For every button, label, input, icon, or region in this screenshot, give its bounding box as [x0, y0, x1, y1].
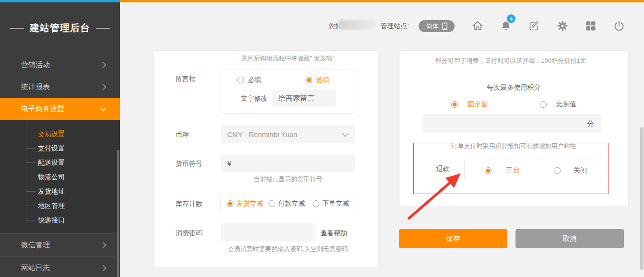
sidebar-item-wechat[interactable]: 微信管理: [0, 233, 120, 256]
submenu-item-payment-settings[interactable]: 支付设置: [0, 141, 120, 155]
notification-badge: 4: [507, 14, 515, 23]
stock-count-group: 发货立减 付款立减 下单立减: [220, 194, 355, 212]
currency-label: 币种: [176, 131, 189, 139]
cancel-button[interactable]: 取消: [515, 229, 624, 248]
refund-on-radio[interactable]: 开启: [485, 166, 519, 175]
stock-option-ship-radio[interactable]: 发货立减: [227, 199, 263, 208]
radio-selected-icon: [305, 77, 312, 83]
mobile-icon: [442, 23, 447, 30]
stock-option-order-radio[interactable]: 下单立减: [313, 199, 349, 208]
view-help-link[interactable]: 查看帮助: [320, 229, 347, 238]
consume-password-input[interactable]: [221, 223, 316, 242]
settings-gear-icon[interactable]: [556, 20, 569, 32]
chevron-right-icon: [100, 84, 106, 90]
site-language-pill[interactable]: 简体: [419, 20, 455, 32]
radio-label: 必填: [248, 76, 261, 84]
text-edit-label: 文字修改: [241, 94, 268, 103]
max-points-label: 每次最多使用积分: [399, 83, 628, 92]
chevron-right-icon: [100, 265, 106, 271]
edit-icon[interactable]: [528, 20, 540, 32]
site-language-text: 简体: [426, 22, 439, 31]
radio-label: 关闭: [574, 166, 587, 175]
radio-unselected-icon: [554, 167, 561, 174]
username-redacted: [338, 20, 376, 30]
sidebar-item-label: 微信管理: [21, 241, 50, 250]
apps-grid-icon[interactable]: [585, 20, 597, 32]
save-button[interactable]: 保存: [399, 229, 507, 248]
currency-symbol-note: 当前站点显示的货币符号: [221, 175, 355, 184]
points-unit-suffix: 分: [587, 119, 594, 128]
stock-count-label: 库存计数: [176, 200, 202, 208]
refund-off-radio[interactable]: 关闭: [554, 166, 587, 175]
chevron-down-icon: [342, 130, 349, 137]
radio-selected-icon: [451, 101, 458, 108]
home-icon[interactable]: [471, 20, 484, 32]
currency-select[interactable]: CNY - Renminbi Yuan: [221, 125, 355, 143]
radio-unselected-icon: [237, 77, 244, 83]
submenu-item-logistics-company[interactable]: 物流公司: [0, 170, 120, 184]
sidebar-item-label: 电子商务设置: [21, 104, 64, 114]
submenu-item-shipping-address[interactable]: 发货地址: [0, 184, 120, 198]
power-logout-icon[interactable]: [613, 20, 625, 32]
message-text-input[interactable]: 给商家留言: [272, 90, 336, 107]
consume-password-note: 会员消费时需要的输入密码,为空则无需密码: [221, 245, 355, 254]
radio-selected-icon: [485, 167, 492, 174]
title-dash-left: [10, 28, 24, 29]
sidebar-item-ecommerce-settings[interactable]: 电子商务设置: [0, 98, 120, 120]
radio-label: 开启: [506, 166, 519, 175]
sidebar-item-site-log[interactable]: 网站日志: [0, 256, 120, 277]
message-text-value: 给商家留言: [279, 94, 315, 103]
submenu-item-delivery-settings[interactable]: 配送设置: [0, 155, 120, 170]
radio-unselected-icon: [313, 200, 319, 207]
ecommerce-submenu: 交易设置 支付设置 配送设置 物流公司 发货地址 地区管理 快递接口: [0, 120, 120, 233]
currency-value: CNY - Renminbi Yuan: [227, 130, 297, 138]
refund-label: 退款: [436, 165, 449, 173]
chevron-right-icon: [100, 242, 106, 248]
message-required-radio[interactable]: 必填: [237, 76, 261, 84]
submenu-item-express-api[interactable]: 快递接口: [0, 213, 120, 227]
title-dash-right: [96, 28, 110, 29]
radio-unselected-icon: [540, 101, 547, 108]
invoice-note: 关闭后购物流程中将隐藏” 发票项”: [221, 54, 355, 63]
radio-label: 比例值: [556, 100, 576, 109]
main-top-strip: [120, 0, 644, 2]
app-title-text: 建站管理后台: [30, 22, 90, 35]
submenu-item-region-management[interactable]: 地区管理: [0, 198, 120, 213]
radio-label: 付款立减: [278, 199, 305, 208]
message-optional-radio[interactable]: 选填: [305, 76, 329, 84]
consume-password-label: 消费密码: [176, 229, 202, 238]
sidebar-item-label: 营销活动: [21, 60, 50, 69]
sidebar-item-reports[interactable]: 统计报表: [0, 76, 120, 98]
trade-settings-panel: 关闭后购物流程中将隐藏” 发票项” 留言框 必填 选填 文字修改 给商家留言 币…: [153, 50, 379, 267]
topbar: 您好 管理站点: 简体 4: [120, 2, 644, 50]
radio-selected-icon: [227, 200, 234, 207]
radio-label: 固定值: [468, 100, 488, 109]
sidebar-scrollbar[interactable]: [117, 150, 119, 277]
radio-label: 发货立减: [236, 199, 263, 208]
radio-unselected-icon: [269, 200, 275, 207]
page-scrollbar[interactable]: [640, 127, 644, 270]
chevron-down-icon: [100, 105, 106, 111]
message-box-group: 必填 选填 文字修改 给商家留言: [221, 69, 355, 114]
refund-group: 开启 关闭: [464, 159, 601, 180]
currency-symbol-input[interactable]: ¥: [221, 154, 355, 172]
sidebar-item-label: 网站日志: [21, 264, 50, 273]
sidebar: 建站管理后台 营销活动 统计报表 电子商务设置 交易设置 支付设置 配送设置 物…: [0, 0, 120, 277]
sidebar-top-strip: [0, 0, 120, 2]
currency-symbol-value: ¥: [227, 159, 231, 167]
deduction-note: 订单支付时采用积分抵扣可有效增加用户粘性: [399, 142, 628, 150]
radio-label: 选填: [316, 76, 329, 84]
fixed-value-radio[interactable]: 固定值: [451, 100, 488, 109]
app-title: 建站管理后台: [0, 2, 120, 54]
sidebar-item-label: 统计报表: [21, 82, 50, 92]
ratio-value-radio[interactable]: 比例值: [540, 100, 576, 109]
sidebar-item-marketing[interactable]: 营销活动: [0, 54, 120, 76]
points-note: 积分可用于消费，支付时可以选择如：100积分抵扣1元。: [399, 57, 628, 65]
manage-site-label: 管理站点:: [380, 22, 409, 31]
submenu-item-trade-settings[interactable]: 交易设置: [0, 127, 120, 141]
stock-option-pay-radio[interactable]: 付款立减: [269, 199, 305, 208]
radio-label: 下单立减: [322, 199, 349, 208]
currency-symbol-label: 货币符号: [176, 160, 202, 168]
message-box-label: 留言框: [176, 75, 196, 83]
points-value-input[interactable]: 分: [422, 114, 601, 133]
